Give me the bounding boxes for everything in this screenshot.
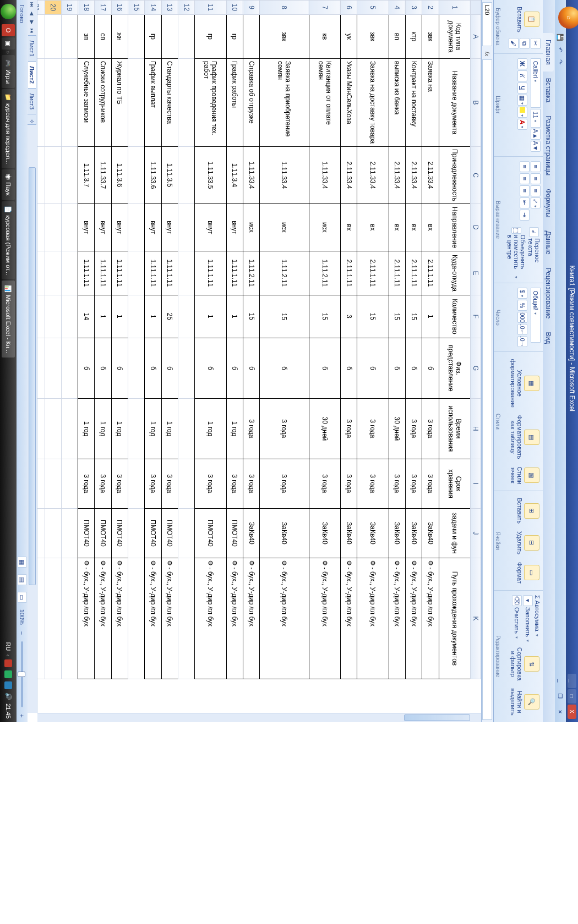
cell-A2[interactable]: звк: [422, 15, 439, 59]
cell-A16[interactable]: жн: [111, 15, 128, 59]
cell-I20[interactable]: [45, 459, 61, 508]
cell-H13[interactable]: 1 год: [161, 398, 178, 459]
cell-A6[interactable]: ук: [340, 15, 357, 59]
doc-close-button[interactable]: ✕: [556, 705, 565, 719]
cell-B9[interactable]: Справка об отгрузке: [243, 59, 259, 147]
cell-H15[interactable]: [128, 398, 145, 459]
bold-button[interactable]: Ж: [517, 58, 527, 69]
cell-F2[interactable]: 1: [422, 295, 439, 338]
col-header-I[interactable]: I: [471, 459, 481, 508]
fill-color-button[interactable]: [517, 107, 527, 118]
cell-D3[interactable]: вх: [405, 204, 422, 251]
row-header-1[interactable]: 1: [439, 1, 470, 15]
cell-C6[interactable]: 2.11.33.4: [340, 147, 357, 204]
cell-styles-button[interactable]: ▧Стили ячеек: [509, 465, 541, 487]
delete-cells-button[interactable]: ⊟Удалить: [515, 529, 541, 557]
row-header-8[interactable]: 8: [260, 1, 309, 15]
cell-B16[interactable]: Журнал по ТБ: [111, 59, 128, 147]
cell-D5[interactable]: вх: [357, 204, 389, 251]
new-sheet-button[interactable]: ✧: [28, 114, 37, 125]
cell-J2[interactable]: ЗаКв40: [422, 508, 439, 558]
tray-icon[interactable]: [4, 670, 12, 678]
cell-J4[interactable]: ЗаКв40: [389, 508, 405, 558]
row-header-10[interactable]: 10: [226, 1, 243, 15]
cell-I5[interactable]: 3 года: [357, 459, 389, 508]
office-button[interactable]: ⌂: [558, 7, 578, 29]
cell-A4[interactable]: вп: [389, 15, 405, 59]
cell-H8[interactable]: 3 года: [260, 398, 309, 459]
cell-G20[interactable]: [45, 338, 61, 398]
cell-H17[interactable]: 1 год: [95, 398, 111, 459]
cell-F6[interactable]: 3: [340, 295, 357, 338]
cell-F19[interactable]: [61, 295, 78, 338]
cell-I17[interactable]: 3 года: [95, 459, 111, 508]
cell-E20[interactable]: [45, 251, 61, 295]
cell-K11[interactable]: Ф - бух., У-дир /гл бух: [195, 558, 226, 679]
indent-dec-button[interactable]: ⇤: [520, 197, 530, 208]
cell-G18[interactable]: б: [78, 338, 95, 398]
cell-I19[interactable]: [61, 459, 78, 508]
sheet-nav-last[interactable]: ⏭: [30, 26, 35, 35]
cell-E5[interactable]: 2.11.1.11: [357, 251, 389, 295]
cell-I3[interactable]: 3 года: [405, 459, 422, 508]
cell-I6[interactable]: 3 года: [340, 459, 357, 508]
percent-button[interactable]: %: [517, 300, 527, 311]
cell-H6[interactable]: 3 года: [340, 398, 357, 459]
cell-D15[interactable]: [128, 204, 145, 251]
tray-lang[interactable]: RU: [5, 642, 12, 651]
fx-button[interactable]: fx: [484, 48, 491, 59]
cell-H5[interactable]: 3 года: [357, 398, 389, 459]
cell-H3[interactable]: 3 года: [405, 398, 422, 459]
cell-H10[interactable]: 1 год: [226, 398, 243, 459]
cell-D20[interactable]: [45, 204, 61, 251]
cell-H12[interactable]: [178, 398, 194, 459]
cell-J5[interactable]: ЗаКв40: [357, 508, 389, 558]
cell-B8[interactable]: Заявка на приобретение семян: [260, 59, 309, 147]
find-select-button[interactable]: 🔍Найти и выделить: [509, 686, 541, 717]
cell-C12[interactable]: [178, 147, 194, 204]
cell-D2[interactable]: вх: [422, 204, 439, 251]
quicklaunch-2[interactable]: ▣: [2, 37, 15, 50]
currency-button[interactable]: $: [517, 288, 527, 299]
cell-B10[interactable]: График работы: [226, 59, 243, 147]
horizontal-scrollbar[interactable]: [28, 165, 37, 713]
sheet-nav-next[interactable]: ▶: [30, 18, 35, 26]
cell-K10[interactable]: Ф - бух., У-дир /гл бух: [226, 558, 243, 679]
cell-K6[interactable]: Ф - бух., У-дир /гл бух: [340, 558, 357, 679]
cell-C7[interactable]: 1.11.33.4: [309, 147, 340, 204]
cell-G2[interactable]: б: [422, 338, 439, 398]
cell-E11[interactable]: 1.11.1.11: [195, 251, 226, 295]
cell-B19[interactable]: [61, 59, 78, 147]
align-middle-button[interactable]: ≡: [531, 173, 541, 184]
taskbar-item[interactable]: 📊Microsoft Excel - Кн...: [2, 280, 15, 358]
taskbar-item[interactable]: 📄курсовая (Режим от...: [2, 201, 15, 280]
cell-H20[interactable]: [45, 398, 61, 459]
cell-H2[interactable]: 3 года: [422, 398, 439, 459]
cell-K20[interactable]: [45, 558, 61, 679]
cell-I10[interactable]: 3 года: [226, 459, 243, 508]
cell-I4[interactable]: 3 года: [389, 459, 405, 508]
align-center-button[interactable]: ≡: [520, 173, 530, 184]
vertical-scrollbar[interactable]: [37, 713, 481, 722]
app-maximize-button[interactable]: □: [568, 689, 576, 703]
cell-D12[interactable]: [178, 204, 194, 251]
cell-J3[interactable]: ЗаКв40: [405, 508, 422, 558]
cell-J14[interactable]: ПМОТ40: [145, 508, 161, 558]
header-cell[interactable]: Физ. представление: [439, 338, 470, 398]
cell-B20[interactable]: [45, 59, 61, 147]
sheet-tab-2[interactable]: Лист2: [28, 61, 36, 89]
cell-A15[interactable]: [128, 15, 145, 59]
cell-G15[interactable]: [128, 338, 145, 398]
border-button[interactable]: ▦: [517, 95, 527, 106]
cell-J7[interactable]: ЗаКв40: [309, 508, 340, 558]
row-header-11[interactable]: 11: [195, 1, 226, 15]
view-break-button[interactable]: ▭: [17, 592, 27, 603]
cell-F15[interactable]: [128, 295, 145, 338]
cell-B6[interactable]: Указы МинСельХоза: [340, 59, 357, 147]
cell-A17[interactable]: сп: [95, 15, 111, 59]
header-cell[interactable]: задачи и фун: [439, 508, 470, 558]
sort-filter-button[interactable]: ⇅Сортировка и фильтр: [509, 645, 541, 683]
sheet-tab-3[interactable]: Лист3: [28, 88, 36, 114]
cell-K18[interactable]: Ф - бух., У-дир /гл бух: [78, 558, 95, 679]
col-header-B[interactable]: B: [471, 59, 481, 147]
